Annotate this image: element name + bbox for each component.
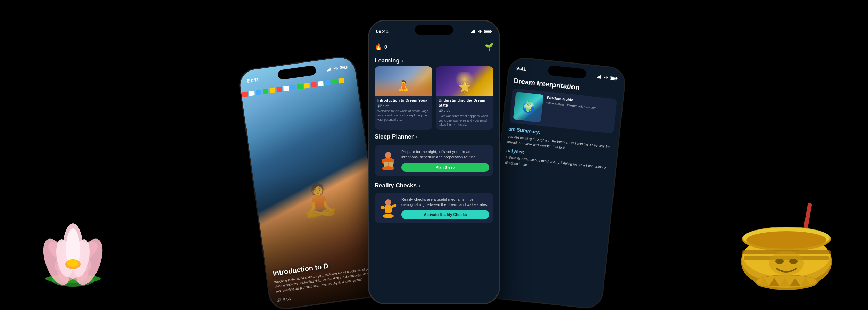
scene: 🧘 09:41 Introduction to D Welcome to the… — [0, 0, 868, 310]
leaf-icon: 🌱 — [485, 43, 493, 51]
learning-title: Learning — [375, 57, 400, 64]
card1-desc: Welcome to the world of dream yoga, an a… — [377, 109, 429, 122]
bowl-decoration — [736, 199, 840, 296]
svg-rect-40 — [381, 206, 385, 209]
dream-yoga-image: 🧘 — [375, 66, 432, 96]
phone-right: 9:41 Dream Interpritation Wisdom Guide — [484, 56, 627, 310]
header-flame-count: 0 — [384, 44, 387, 50]
right-status-icons — [597, 75, 618, 80]
card2-desc: Ever wondered what happens when you clos… — [439, 114, 491, 127]
phones-container: 🧘 09:41 Introduction to D Welcome to the… — [226, 6, 642, 304]
dream-state-image: 🌟 — [436, 66, 493, 96]
card1-title: Introduction to Dream Yoga — [377, 98, 429, 103]
plan-sleep-button[interactable]: Plan Sleep — [401, 163, 489, 172]
right-phone-content: 9:41 Dream Interpritation Wisdom Guide — [485, 57, 626, 309]
right-time: 9:41 — [516, 65, 526, 72]
svg-rect-42 — [597, 77, 598, 78]
learning-section-header[interactable]: Learning › — [369, 54, 499, 66]
svg-rect-23 — [472, 31, 473, 33]
reality-text: Reality checks are a useful mechanism fo… — [401, 197, 489, 219]
center-phone-notch — [415, 25, 453, 35]
phone-center: 09:41 🔥 0 🌱 Lea — [368, 20, 500, 304]
svg-rect-14 — [327, 70, 328, 71]
reality-checks-section-header[interactable]: Reality Checks › — [369, 179, 499, 191]
planner-monk-icon — [379, 151, 398, 170]
reality-desc: Reality checks are a useful mechanism fo… — [401, 197, 489, 208]
svg-rect-17 — [330, 67, 331, 71]
reality-card: Reality checks are a useful mechanism fo… — [375, 193, 493, 224]
svg-rect-22 — [471, 32, 472, 33]
svg-rect-38 — [385, 205, 392, 213]
svg-point-30 — [385, 152, 391, 158]
reality-checks-chevron: › — [419, 183, 420, 188]
planner-text: Prepare for the night, let's set your dr… — [401, 149, 489, 172]
svg-point-56 — [746, 231, 826, 249]
svg-rect-16 — [329, 68, 330, 71]
center-status-icons — [471, 30, 492, 33]
left-time: 09:41 — [246, 76, 259, 84]
planner-desc: Prepare for the night, let's set your dr… — [401, 149, 489, 160]
dream-card-text: Wisdom Guide Ancient dream interpretatio… — [544, 95, 613, 130]
svg-rect-28 — [485, 30, 490, 32]
lotus-decoration — [28, 213, 118, 289]
app-header: 🔥 0 🌱 — [369, 40, 499, 54]
learning-card-2[interactable]: 🌟 Understanding the Dream State 🔊 8:38 E… — [436, 66, 493, 130]
svg-rect-49 — [617, 78, 617, 79]
svg-rect-15 — [328, 69, 329, 71]
card2-title: Understanding the Dream State — [439, 98, 491, 108]
sleep-planner-chevron: › — [416, 134, 417, 140]
card2-sound-icon: 🔊 — [439, 109, 443, 112]
svg-rect-45 — [600, 75, 601, 78]
reality-checks-title: Reality Checks — [375, 182, 417, 189]
svg-rect-21 — [347, 66, 348, 67]
svg-rect-24 — [473, 30, 474, 33]
svg-rect-25 — [474, 30, 475, 33]
learning-cards: 🧘 Introduction to Dream Yoga 🔊 5:56 Welc… — [369, 66, 499, 130]
sleep-planner-section-header[interactable]: Sleep Planner › — [369, 130, 499, 142]
card2-body: Understanding the Dream State 🔊 8:38 Eve… — [436, 96, 493, 130]
learning-card-1[interactable]: 🧘 Introduction to Dream Yoga 🔊 5:56 Welc… — [375, 66, 432, 130]
svg-point-26 — [480, 32, 481, 33]
center-time: 09:41 — [376, 28, 389, 34]
svg-point-37 — [385, 199, 391, 206]
svg-point-13 — [67, 260, 78, 267]
learning-chevron: › — [402, 58, 403, 64]
svg-point-18 — [336, 69, 337, 70]
card1-body: Introduction to Dream Yoga 🔊 5:56 Welcom… — [375, 96, 432, 125]
svg-point-46 — [606, 78, 607, 79]
left-status-icons — [327, 65, 348, 71]
sound-icon: 🔊 — [276, 297, 282, 302]
left-phone-content: 🧘 09:41 Introduction to D Welcome to the… — [238, 56, 386, 310]
svg-rect-39 — [391, 204, 397, 208]
dream-card-image — [513, 92, 543, 122]
planner-card: Prepare for the night, let's set your dr… — [375, 145, 493, 176]
card1-sound-icon: 🔊 — [377, 104, 382, 108]
svg-rect-29 — [491, 31, 492, 32]
activate-reality-checks-button[interactable]: Activate Reality Checks — [401, 210, 489, 219]
svg-point-41 — [383, 214, 394, 218]
card1-duration: 🔊 5:56 — [377, 104, 429, 108]
svg-point-61 — [789, 259, 798, 264]
flame-icon: 🔥 — [375, 43, 382, 51]
svg-rect-44 — [599, 76, 600, 78]
reality-monk-icon — [379, 199, 398, 218]
phone-left: 🧘 09:41 Introduction to D Welcome to the… — [237, 54, 388, 310]
card2-duration: 🔊 8:38 — [439, 109, 491, 112]
header-left: 🔥 0 — [375, 43, 387, 51]
center-phone-content: 09:41 🔥 0 🌱 Lea — [369, 21, 499, 303]
svg-point-60 — [775, 259, 784, 264]
svg-rect-43 — [598, 76, 599, 78]
sleep-planner-title: Sleep Planner — [375, 133, 414, 140]
